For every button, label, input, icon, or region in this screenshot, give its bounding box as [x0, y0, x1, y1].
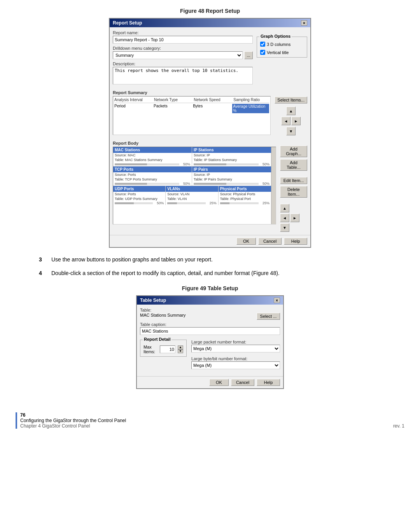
- ip-pairs-percent: 50%: [260, 182, 270, 186]
- add-table-btn[interactable]: Add Table...: [280, 159, 307, 171]
- table-value: MAC Stations Summary: [140, 313, 254, 317]
- down-btn[interactable]: ▼: [286, 127, 296, 135]
- udp-ports-table: Table: UDP Ports Summary: [113, 196, 165, 201]
- figure49-title: Figure 49 Table Setup: [16, 285, 404, 291]
- physical-ports-percent: 25%: [260, 201, 270, 205]
- report-setup-title: Report Setup: [113, 20, 142, 26]
- drilldown-label: Drilldown menu category:: [113, 46, 253, 51]
- body-right-btn[interactable]: ►: [290, 214, 299, 222]
- edit-item-btn[interactable]: Edit Item...: [280, 177, 307, 184]
- ip-pairs-table: Table: IP Pairs Summary: [192, 177, 271, 182]
- row-packets: Packets: [154, 104, 189, 113]
- table-caption-input[interactable]: [140, 327, 280, 335]
- body-left-btn[interactable]: ◄: [280, 214, 289, 222]
- physical-ports-table: Table: Physical Port: [219, 196, 271, 201]
- figure48-title: Figure 48 Report Setup: [16, 8, 404, 14]
- udp-ports-header: UDP Ports: [113, 186, 165, 192]
- ip-pairs-source: Source: IP: [192, 172, 271, 177]
- col-analysis: Analysis Interval: [114, 98, 150, 102]
- vlans-header: VLANs: [166, 186, 218, 192]
- step4-num: 4: [39, 269, 45, 277]
- description-label: Description:: [113, 61, 253, 66]
- table-caption-label: Table caption:: [140, 322, 280, 327]
- report-ok-btn[interactable]: OK: [236, 238, 256, 245]
- graph-options-title: Graph Options: [259, 34, 292, 39]
- large-byte-label: Large byte/bit number format:: [191, 356, 280, 361]
- select-items-btn[interactable]: Select Items...: [275, 96, 307, 103]
- footer-sub: Chapter 4 GigaStor Control Panel: [20, 423, 126, 429]
- ip-stations-header: IP Stations: [192, 147, 271, 153]
- drilldown-btn[interactable]: ...: [244, 51, 253, 59]
- vlans-table: Table: VLAN: [166, 196, 218, 201]
- tcp-ports-percent: 50%: [181, 182, 190, 186]
- vertical-title-checkbox[interactable]: [260, 50, 265, 55]
- right-btn[interactable]: ►: [291, 117, 301, 125]
- up-btn[interactable]: ▲: [286, 107, 296, 115]
- physical-ports-source: Source: Physical Ports: [219, 192, 271, 196]
- report-cancel-btn[interactable]: Cancel: [258, 238, 282, 245]
- col-speed: Network Speed: [194, 98, 229, 102]
- step3-text: Use the arrow buttons to position graphs…: [51, 256, 404, 264]
- udp-ports-source: Source: Ports: [113, 192, 165, 196]
- vlans-source: Source: VLAN: [166, 192, 218, 196]
- mac-stations-source: Source: MAC: [113, 153, 192, 158]
- vertical-title-label: Vertical title: [267, 50, 289, 55]
- row-period: Period: [114, 104, 150, 113]
- row-avg-util: Average Utilization %: [232, 104, 269, 113]
- row-bytes: Bytes: [193, 104, 228, 113]
- body-up-btn[interactable]: ▲: [280, 204, 289, 212]
- ip-stations-table: Table: IP Stations Summary: [192, 158, 271, 162]
- table-setup-close-btn[interactable]: ×: [274, 298, 280, 303]
- report-name-input[interactable]: [113, 36, 253, 44]
- left-btn[interactable]: ◄: [281, 117, 290, 125]
- drilldown-select[interactable]: Summary: [113, 51, 243, 59]
- table-setup-dialog: Table Setup × Table: MAC Stations Summar…: [136, 295, 284, 389]
- max-items-up-arrow[interactable]: ▲: [178, 345, 183, 349]
- mac-stations-header: MAC Stations: [113, 147, 192, 153]
- footer-page: 76: [20, 412, 126, 418]
- report-setup-titlebar: Report Setup ×: [110, 19, 310, 27]
- tcp-ports-table: Table: TCP Ports Summary: [113, 177, 192, 182]
- description-input[interactable]: This report shows the overall top 10 sta…: [113, 67, 253, 84]
- tcp-ports-header: TCP Ports: [113, 166, 192, 172]
- report-help-btn[interactable]: Help: [284, 238, 307, 245]
- footer-main: Configuring the GigaStor through the Con…: [20, 418, 126, 423]
- table-select-btn[interactable]: Select ...: [257, 313, 280, 320]
- footer-bar: [16, 412, 17, 429]
- ip-stations-source: Source: IP: [192, 153, 271, 158]
- udp-ports-percent: 50%: [154, 201, 164, 205]
- delete-item-btn[interactable]: Delete Item...: [280, 186, 307, 198]
- 3d-columns-checkbox[interactable]: [260, 42, 265, 47]
- table-cancel-btn[interactable]: Cancel: [231, 379, 254, 386]
- report-setup-close-btn[interactable]: ×: [301, 20, 307, 26]
- step3-num: 3: [39, 256, 45, 264]
- step4-text: Double-click a section of the report to …: [51, 269, 404, 277]
- report-setup-dialog: Report Setup × Report name: Drilldown me…: [109, 18, 311, 248]
- physical-ports-header: Physical Ports: [219, 186, 271, 192]
- 3d-columns-label: 3 D columns: [267, 42, 290, 47]
- col-network: Network Type: [154, 98, 190, 102]
- large-packet-label: Large packet number format:: [191, 340, 280, 344]
- report-summary-label: Report Summary: [113, 90, 271, 95]
- large-packet-select[interactable]: Mega (M): [191, 345, 280, 352]
- report-body-label: Report Body: [113, 141, 276, 145]
- max-items-input[interactable]: [160, 345, 175, 353]
- vlans-percent: 25%: [207, 201, 217, 205]
- large-byte-select[interactable]: Mega (M): [191, 361, 280, 369]
- mac-stations-table: Table: MAC Stations Summary: [113, 158, 192, 162]
- table-help-btn[interactable]: Help: [257, 379, 280, 386]
- body-down-btn[interactable]: ▼: [280, 223, 289, 232]
- footer-rev: rev. 1: [393, 423, 404, 429]
- tcp-ports-source: Source: Ports: [113, 172, 192, 177]
- table-ok-btn[interactable]: OK: [209, 379, 229, 386]
- max-items-down-arrow[interactable]: ▼: [178, 349, 183, 353]
- table-setup-titlebar: Table Setup ×: [137, 296, 283, 305]
- table-label: Table:: [140, 308, 280, 312]
- report-name-label: Report name:: [113, 30, 253, 35]
- table-setup-title: Table Setup: [140, 298, 166, 303]
- mac-stations-percent: 50%: [181, 162, 190, 166]
- report-detail-title: Report Detail: [143, 337, 172, 342]
- ip-stations-percent: 50%: [260, 162, 270, 166]
- col-sampling: Sampling Ratio: [233, 98, 269, 102]
- add-graph-btn[interactable]: Add Graph...: [280, 145, 307, 157]
